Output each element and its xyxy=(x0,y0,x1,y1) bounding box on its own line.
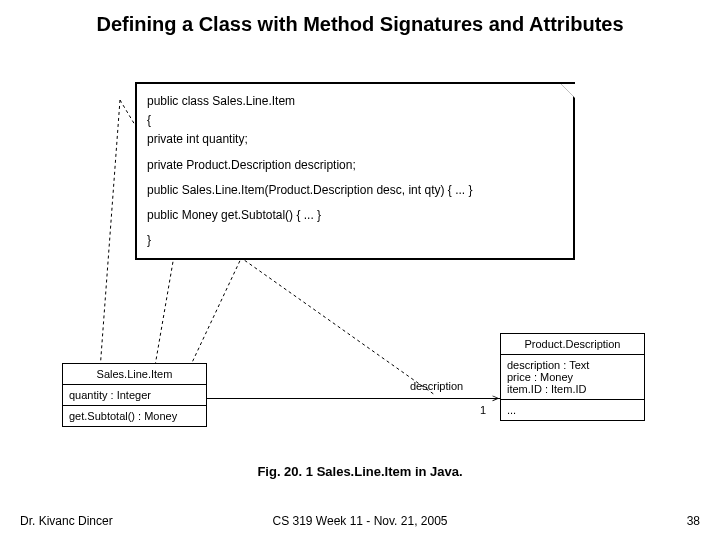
association-multiplicity: 1 xyxy=(480,404,486,416)
code-line: public Money get.Subtotal() { ... } xyxy=(147,206,563,225)
note-dogear-icon xyxy=(559,82,575,98)
association-arrow-icon: > xyxy=(492,392,498,404)
code-line: private int quantity; xyxy=(147,130,563,149)
uml-attribute: description : Text xyxy=(507,359,638,371)
code-line: public Sales.Line.Item(Product.Descripti… xyxy=(147,181,563,200)
figure-caption: Fig. 20. 1 Sales.Line.Item in Java. xyxy=(0,464,720,479)
footer-page-number: 38 xyxy=(687,514,700,528)
code-line: public class Sales.Line.Item xyxy=(147,92,563,111)
association-role-label: description xyxy=(410,380,463,392)
uml-class-name: Sales.Line.Item xyxy=(63,364,206,385)
code-line: { xyxy=(147,111,563,130)
uml-operation: get.Subtotal() : Money xyxy=(69,410,200,422)
code-line: private Product.Description description; xyxy=(147,156,563,175)
svg-line-0 xyxy=(120,100,135,125)
uml-class-productdescription: Product.Description description : Text p… xyxy=(500,333,645,421)
code-note-box: public class Sales.Line.Item { private i… xyxy=(135,82,575,260)
svg-line-3 xyxy=(230,250,435,395)
slide-title: Defining a Class with Method Signatures … xyxy=(60,12,660,37)
uml-class-saleslineitem: Sales.Line.Item quantity : Integer get.S… xyxy=(62,363,207,427)
uml-attribute: quantity : Integer xyxy=(69,389,200,401)
code-line: } xyxy=(147,231,563,250)
footer-course-date: CS 319 Week 11 - Nov. 21, 2005 xyxy=(0,514,720,528)
uml-operation: ... xyxy=(507,404,638,416)
uml-class-name: Product.Description xyxy=(501,334,644,355)
association-line xyxy=(207,398,500,399)
svg-line-1 xyxy=(100,100,120,370)
uml-attribute: item.ID : Item.ID xyxy=(507,383,638,395)
uml-attribute: price : Money xyxy=(507,371,638,383)
